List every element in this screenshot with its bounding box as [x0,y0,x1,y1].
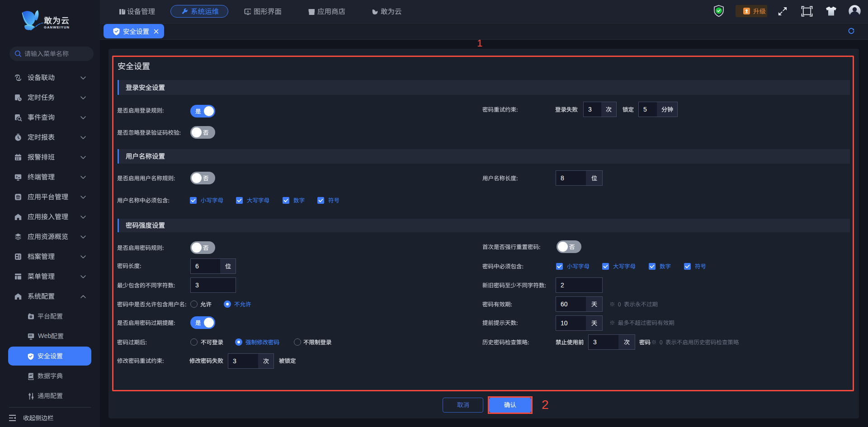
svg-text:A: A [247,9,250,14]
